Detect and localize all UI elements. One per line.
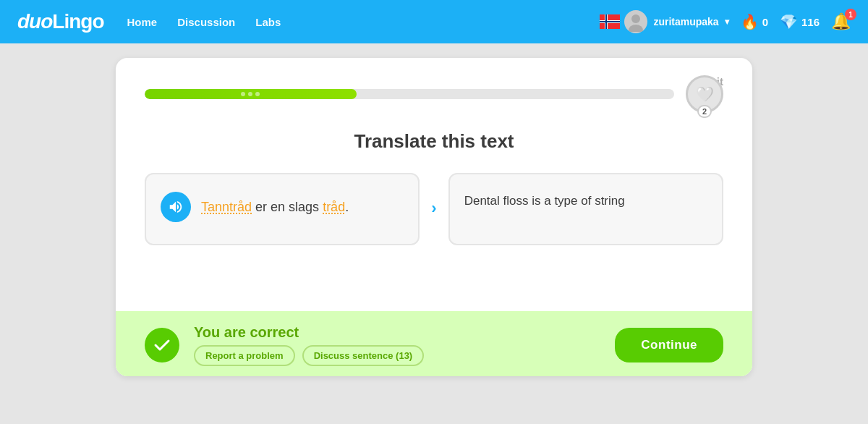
source-word-trad: tråd [323, 200, 345, 214]
flag-avatar-group [600, 10, 647, 33]
hearts-indicator: 🤍 2 [686, 75, 723, 113]
progress-dot [255, 92, 260, 96]
svg-rect-4 [600, 21, 620, 22]
answer-text: Dental floss is a type of string [464, 192, 707, 211]
correct-banner: You are correct Report a problem Discuss… [116, 311, 752, 376]
notifications[interactable]: 🔔 1 [831, 12, 851, 31]
exercise-title: Translate this text [145, 130, 723, 153]
progress-dots [145, 89, 357, 99]
speaker-icon [168, 199, 184, 215]
exercise-row: Tanntråd er en slags tråd. › Dental flos… [145, 173, 723, 245]
discuss-sentence-button[interactable]: Discuss sentence (13) [302, 345, 425, 366]
nav-discussion[interactable]: Discussion [177, 16, 235, 28]
main-area: Quit 🤍 2 Translate this text [0, 43, 868, 391]
report-problem-button[interactable]: Report a problem [194, 345, 295, 366]
correct-check-circle [145, 328, 179, 362]
fire-icon: 🔥 [741, 13, 759, 30]
hearts-count: 2 [697, 105, 712, 118]
correct-title: You are correct [194, 324, 600, 341]
speaker-button[interactable] [161, 192, 191, 222]
user-menu[interactable]: zuritamupaka ▾ [600, 10, 728, 33]
source-box: Tanntråd er en slags tråd. [145, 173, 420, 245]
checkmark-icon [153, 336, 171, 355]
streak-stat: 🔥 0 [741, 13, 768, 30]
progress-dot [248, 92, 252, 96]
nav-home[interactable]: Home [127, 16, 158, 28]
username-label: zuritamupaka [653, 16, 718, 27]
gem-icon: 💎 [780, 13, 798, 30]
heart-icon: 🤍 [696, 85, 714, 103]
main-nav: Home Discussion Labs [127, 16, 577, 28]
progress-section: 🤍 2 [145, 75, 723, 113]
chevron-down-icon: ▾ [725, 17, 729, 27]
gems-count: 116 [801, 16, 820, 28]
norway-flag-icon [600, 14, 620, 29]
svg-point-5 [631, 14, 640, 23]
progress-bar-fill [145, 89, 357, 99]
avatar [624, 10, 647, 33]
notification-badge: 1 [845, 9, 856, 20]
continue-button[interactable]: Continue [615, 328, 723, 362]
answer-box[interactable]: Dental floss is a type of string [448, 173, 723, 245]
progress-dot [241, 92, 245, 96]
streak-count: 0 [762, 16, 768, 28]
source-text-mid: er en slags [252, 200, 323, 214]
correct-text-area: You are correct Report a problem Discuss… [194, 324, 600, 366]
gems-stat: 💎 116 [780, 13, 820, 30]
app-header: duoLingo Home Discussion Labs [0, 0, 868, 43]
progress-bar-background [145, 89, 674, 99]
source-text: Tanntråd er en slags tråd. [201, 192, 349, 217]
source-word-tanntrad: Tanntråd [201, 200, 252, 214]
arrow-divider: › [420, 173, 448, 218]
correct-actions: Report a problem Discuss sentence (13) [194, 345, 600, 366]
source-text-suffix: . [345, 200, 349, 214]
header-right: zuritamupaka ▾ 🔥 0 💎 116 🔔 1 [600, 10, 851, 33]
app-logo: duoLingo [17, 10, 104, 33]
nav-labs[interactable]: Labs [255, 16, 281, 28]
exercise-card: Quit 🤍 2 Translate this text [116, 58, 752, 376]
svg-point-6 [629, 25, 643, 32]
